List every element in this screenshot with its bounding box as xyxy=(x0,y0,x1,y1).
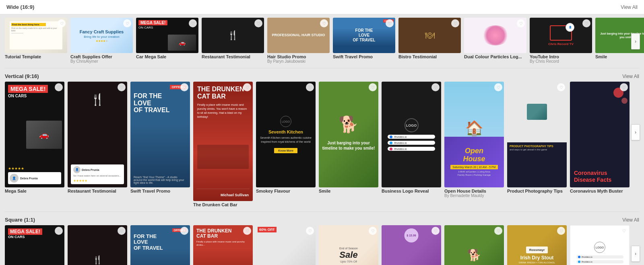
sq-endseason-heart[interactable]: ♡ xyxy=(369,227,377,235)
wide-particles-title: Dual Colour Particles Log... xyxy=(464,54,526,59)
sq-bistro-heart[interactable]: ♡ xyxy=(243,227,251,235)
vert-smokey-title: Smokey Flavour xyxy=(256,189,316,193)
vert-card-logo[interactable]: LOGO /fnvideo.io /fnvideo.io /fnvideo xyxy=(382,82,441,208)
vert-card-smokey[interactable]: LOGO Seventh Kitchen Seventh Kitchen ser… xyxy=(256,82,316,208)
vert-rest-heart[interactable]: ♡ xyxy=(118,83,126,91)
vert-logo-title: Business Logo Reveal xyxy=(382,189,441,193)
wide-bistro-title: Bistro Testimonial xyxy=(398,54,461,59)
wide-card-restaurant[interactable]: 🍴 Restaurant Testimonial ♡ xyxy=(202,18,264,65)
page-title: Wide (16:9) xyxy=(6,4,34,10)
wide-tutorial-heart[interactable]: ♡ xyxy=(58,19,66,27)
sq-rest-heart[interactable]: ♡ xyxy=(118,227,126,235)
wide-bistro-heart[interactable]: ♡ xyxy=(451,19,459,27)
sq-shoe-heart[interactable]: ♡ xyxy=(306,227,314,235)
sq-card-bizlogo[interactable]: LOGO /fnvideo.io /fnvideo.io /fnvideo xyxy=(570,225,630,265)
vert-product-heart[interactable]: ♡ xyxy=(557,83,565,91)
wide-car-heart[interactable]: ♡ xyxy=(189,19,197,27)
wide-card-bistro[interactable]: 🍽 Bistro Testimonial ♡ xyxy=(398,18,461,65)
vert-product-title: Product Photography Tips xyxy=(507,189,567,193)
sq-card-endseason[interactable]: End of Season Sale Upto 70% Off End Of S… xyxy=(319,225,378,265)
wide-craft-title: Craft Supplies Offer xyxy=(70,54,133,59)
vertical-cards-row: MEGA SALE! ON CARS 👤 Debra Prunia ★★★★★ … xyxy=(5,82,639,208)
sq-scroll-right[interactable]: › xyxy=(631,246,640,262)
vert-logo-heart[interactable]: ♡ xyxy=(431,83,440,91)
wide-smile-title: Smile xyxy=(595,54,644,59)
square-section-header: Square (1:1) View All xyxy=(5,217,639,223)
wide-youtube-heart[interactable]: ♡ xyxy=(582,19,590,27)
sq-car-heart[interactable]: ♡ xyxy=(55,227,63,235)
vert-smokey-heart[interactable]: ♡ xyxy=(306,83,314,91)
sq-card-travel[interactable]: OFFERS FOR THELOVEOF TRAVEL Swift Travel… xyxy=(130,225,190,265)
divider-2 xyxy=(5,212,639,212)
view-all-link[interactable]: View All xyxy=(621,4,638,10)
sq-card-bistro[interactable]: THE DRUNKENCAT BAR Finally a place with … xyxy=(193,225,253,265)
wide-travel-heart[interactable]: ♡ xyxy=(386,19,394,27)
wide-card-car[interactable]: MEGA SALE! ON CARS 🚗 Car Mega Sale ♡ xyxy=(136,18,198,65)
wide-card-particles[interactable]: Dual Colour Particles Log... ♡ xyxy=(464,18,526,65)
vert-thumb-product: PRODUCT PHOTOGRAPHY TIPS and ways to get… xyxy=(507,82,567,187)
sq-smile-heart[interactable]: ♡ xyxy=(494,227,502,235)
vert-travel-title: Swift Travel Promo xyxy=(130,189,190,193)
vert-thumb-smile: 🐕 Just barging into your timeline to mak… xyxy=(319,82,378,187)
vertical-section-header: Vertical (9:16) View All xyxy=(5,73,639,79)
vertical-view-all[interactable]: View All xyxy=(622,74,639,79)
vert-house-title: Open House Details xyxy=(444,189,504,193)
wide-cards-row: Find the best thing here Click on the re… xyxy=(5,18,639,65)
vert-card-catbar[interactable]: THE DRUNKENCAT BAR Finally a place with … xyxy=(193,82,253,208)
wide-hair-heart[interactable]: ♡ xyxy=(320,19,328,27)
top-bar-left: Wide (16:9) xyxy=(6,4,34,10)
vert-mega-heart[interactable]: ♡ xyxy=(55,83,63,91)
vert-card-smile[interactable]: 🐕 Just barging into your timeline to mak… xyxy=(319,82,378,208)
sq-card-car[interactable]: MEGA SALE! ON CARS 🚗 Car Mega Sale ♡ xyxy=(5,225,64,265)
wide-rest-title: Restaurant Testimonial xyxy=(202,54,264,59)
wide-hair-title: Hair Studio Promo xyxy=(267,54,330,59)
wide-card-hair[interactable]: PROFESSIONAL HAIR STUDIO Hair Studio Pro… xyxy=(267,18,330,65)
vert-card-corona[interactable]: CoronavirusDisease Facts Coronavirus Myt… xyxy=(570,82,630,208)
wide-hair-author: By Paryn Jakubowski xyxy=(267,59,330,64)
wide-scroll-right[interactable]: › xyxy=(631,33,640,49)
vert-thumb-house: 🏠 OpenHouse Saturday March 20 | 10 AM - … xyxy=(444,82,504,187)
square-cards-row: MEGA SALE! ON CARS 🚗 Car Mega Sale ♡ 🍴 👤 xyxy=(5,225,639,265)
vert-thumb-mega: MEGA SALE! ON CARS 👤 Debra Prunia ★★★★★ … xyxy=(5,82,64,187)
top-bar-right: View All xyxy=(621,4,638,10)
wide-craft-heart[interactable]: ♡ xyxy=(123,19,131,27)
vert-card-restaurant[interactable]: 🍴 👤 Debra Prunia So I have eaten here on… xyxy=(68,82,127,208)
vert-house-heart[interactable]: ♡ xyxy=(494,83,502,91)
vert-rest-title: Restaurant Testimonial xyxy=(68,189,127,193)
vert-card-house[interactable]: 🏠 OpenHouse Saturday March 20 | 10 AM - … xyxy=(444,82,504,208)
top-bar: Wide (16:9) View All xyxy=(0,0,644,14)
vert-smile-heart[interactable]: ♡ xyxy=(369,83,377,91)
wide-card-craft[interactable]: Fancy Craft Supplies Bring life to your … xyxy=(70,18,133,65)
vert-corona-heart[interactable]: ♡ xyxy=(620,83,628,91)
sq-leather-heart[interactable]: ♡ xyxy=(431,227,440,235)
wide-particles-heart[interactable]: ♡ xyxy=(517,19,525,27)
wide-card-youtube[interactable]: 👤 Chris Record TV YouTube Intro By Chris… xyxy=(530,18,592,65)
wide-travel-title: Swift Travel Promo xyxy=(333,54,395,59)
sq-card-leather[interactable]: $ 15.99 Genuine Black Leather Jacket Sal… xyxy=(382,225,441,265)
vert-card-product[interactable]: PRODUCT PHOTOGRAPHY TIPS and ways to get… xyxy=(507,82,567,208)
wide-card-tutorial[interactable]: Find the best thing here Click on the re… xyxy=(5,18,67,65)
wide-tutorial-title: Tutorial Template xyxy=(5,54,67,59)
sq-travel-heart[interactable]: ♡ xyxy=(180,227,188,235)
vert-card-mega[interactable]: MEGA SALE! ON CARS 👤 Debra Prunia ★★★★★ … xyxy=(5,82,64,208)
vert-catbar-heart[interactable]: ♡ xyxy=(243,83,251,91)
vertical-section: Vertical (9:16) View All MEGA SALE! ON C… xyxy=(0,70,644,210)
wide-section: Find the best thing here Click on the re… xyxy=(0,14,644,66)
vert-scroll-right[interactable]: › xyxy=(631,124,640,140)
vert-house-author: By Bernadette Mauldy xyxy=(444,193,504,198)
sq-dry-heart[interactable]: ♡ xyxy=(557,227,565,235)
sq-bizlogo-heart[interactable]: ♡ xyxy=(620,227,628,235)
vert-card-travel[interactable]: OFFERS FOR THELOVEOF TRAVEL Reach "find … xyxy=(130,82,190,208)
vert-travel-heart[interactable]: ♡ xyxy=(180,83,188,91)
vert-mega-title: Mega Sale xyxy=(5,189,64,193)
sq-card-smile[interactable]: 🐕 Just barging into your timeline to mak… xyxy=(444,225,504,265)
sq-card-rest[interactable]: 🍴 👤 Debra Prunia So I have eaten here on… xyxy=(68,225,127,265)
wide-rest-heart[interactable]: ♡ xyxy=(254,19,262,27)
sq-card-shoe[interactable]: 60% OFF Final Sale On Shoes Shoe Sale Bu… xyxy=(256,225,316,265)
square-view-all[interactable]: View All xyxy=(622,217,639,223)
square-section-title: Square (1:1) xyxy=(5,217,35,223)
vert-thumb-logo: LOGO /fnvideo.io /fnvideo.io /fnvideo xyxy=(382,82,441,187)
vert-thumb-catbar: THE DRUNKENCAT BAR Finally a place with … xyxy=(193,82,253,201)
sq-card-dry[interactable]: Rossmayr Irish Dry Stout DRINK FRESH • 7… xyxy=(507,225,567,265)
wide-card-travel[interactable]: FOR THELOVEOF TRAVEL ON AIR Swift Travel… xyxy=(333,18,395,65)
